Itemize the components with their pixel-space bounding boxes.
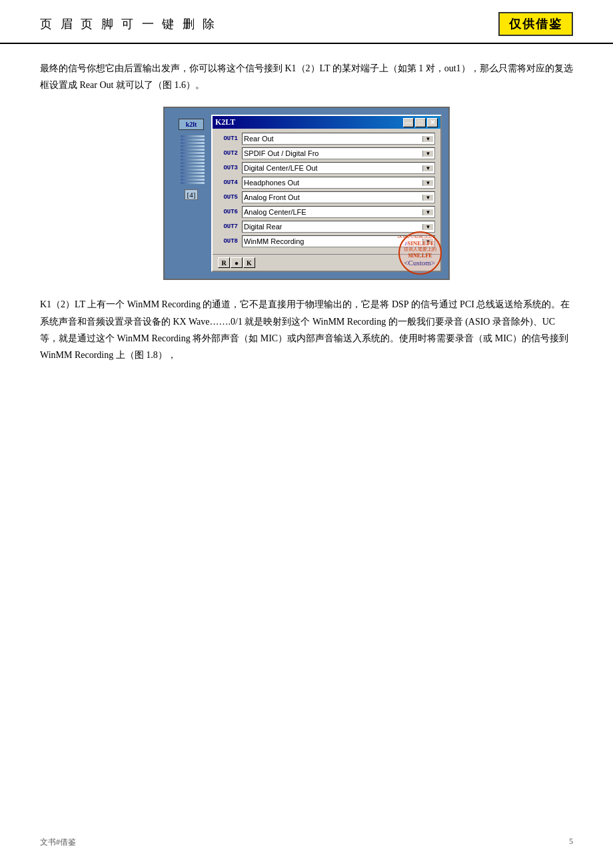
out-select-6[interactable]: Analog Center/LFE ▼ <box>242 206 435 218</box>
watermark-circle: 仅供人笔爱上的SINE.LFE <box>398 231 442 275</box>
out-select-3[interactable]: Digital Center/LFE Out ▼ <box>242 162 435 174</box>
out-select-arrow-4[interactable]: ▼ <box>422 180 433 186</box>
sidebar-line <box>181 152 205 154</box>
out-select-4[interactable]: Headphones Out ▼ <box>242 177 435 189</box>
sidebar-line <box>181 175 205 177</box>
sidebar-line <box>181 145 205 147</box>
sidebar-line <box>181 162 205 164</box>
screenshot-area: k2lt <box>40 107 573 280</box>
sidebar-line <box>181 165 205 167</box>
footer-btn-r[interactable]: R <box>218 257 230 268</box>
out-row-5: OUT5 Analog Front Out ▼ <box>218 191 435 203</box>
out-row-1: OUT1 Rear Out ▼ <box>218 133 435 145</box>
page-footer: 文书#借鉴 5 <box>40 837 573 848</box>
out-label-3: OUT3 <box>218 165 239 171</box>
out-row-2: OUT2 SPDIF Out / Digital Fro ▼ <box>218 147 435 159</box>
out-row-4: OUT4 Headphones Out ▼ <box>218 177 435 189</box>
footer-right: 5 <box>569 837 573 848</box>
out-row-6: OUT6 Analog Center/LFE ▼ <box>218 206 435 218</box>
out-select-5[interactable]: Analog Front Out ▼ <box>242 191 435 203</box>
out-label-5: OUT5 <box>218 194 239 201</box>
out-select-7[interactable]: Digital Rear ▼ <box>242 221 435 233</box>
out-select-text-8: WinMM Recording <box>244 237 304 245</box>
left-sidebar: k2lt <box>171 115 211 272</box>
out-row-7: OUT7 Digital Rear ▼ <box>218 221 435 233</box>
out-label-8: OUT8 <box>218 238 239 245</box>
main-content: 最终的信号你想它由后置输出发声，你可以将这个信号接到 K1（2）LT 的某对端子… <box>0 44 613 401</box>
out-select-text-1: Rear Out <box>244 135 274 143</box>
sidebar-line <box>181 169 205 171</box>
sidebar-line <box>181 139 205 141</box>
k2lt-icon-label: k2lt <box>179 119 204 130</box>
out-select-text-4: Headphones Out <box>244 179 299 187</box>
sidebar-line <box>181 159 205 161</box>
sidebar-lines <box>181 135 205 184</box>
sidebar-line <box>181 155 205 157</box>
sidebar-bottom-label: [4] <box>185 189 199 200</box>
out-select-text-2: SPDIF Out / Digital Fro <box>244 149 318 157</box>
out-select-arrow-1[interactable]: ▼ <box>422 136 433 142</box>
out-label-2: OUT2 <box>218 150 239 157</box>
sidebar-line <box>181 172 205 174</box>
sidebar-line <box>181 142 205 144</box>
sidebar-line <box>181 149 205 151</box>
titlebar-buttons: — □ ✕ <box>403 118 438 127</box>
out-select-arrow-6[interactable]: ▼ <box>422 209 433 215</box>
footer-btn-dot[interactable]: ● <box>231 257 243 268</box>
footer-buttons: R ● K <box>218 257 255 268</box>
out-select-1[interactable]: Rear Out ▼ <box>242 133 435 145</box>
intro-text: 最终的信号你想它由后置输出发声，你可以将这个信号接到 K1（2）LT 的某对端子… <box>40 60 573 93</box>
out-select-text-5: Analog Front Out <box>244 193 300 201</box>
out-select-text-7: Digital Rear <box>244 223 282 231</box>
sidebar-line <box>181 182 205 184</box>
minimize-button[interactable]: — <box>403 118 414 127</box>
sidebar-line <box>181 179 205 181</box>
out-row-3: OUT3 Digital Center/LFE Out ▼ <box>218 162 435 174</box>
k2lt-titlebar: K2LT — □ ✕ <box>213 116 440 129</box>
screenshot-container: k2lt <box>163 107 450 280</box>
footer-btn-k[interactable]: K <box>243 257 255 268</box>
out-label-4: OUT4 <box>218 179 239 186</box>
footer-left: 文书#借鉴 <box>40 837 76 848</box>
out-select-arrow-2[interactable]: ▼ <box>422 151 433 157</box>
out-select-text-3: Digital Center/LFE Out <box>244 164 318 172</box>
page-header: 页 眉 页 脚 可 一 键 删 除 仅供借鉴 <box>0 0 613 44</box>
out-select-arrow-5[interactable]: ▼ <box>422 195 433 201</box>
out-select-text-6: Analog Center/LFE <box>244 208 306 216</box>
out-label-7: OUT7 <box>218 223 239 230</box>
sidebar-line <box>181 135 205 137</box>
out-select-2[interactable]: SPDIF Out / Digital Fro ▼ <box>242 147 435 159</box>
watermark-circle-text: 仅供人笔爱上的SINE.LFE <box>404 247 436 259</box>
body-text: K1（2）LT 上有一个 WinMM Recording 的通道，它不是直接用于… <box>40 296 573 363</box>
out-label-6: OUT6 <box>218 209 239 215</box>
out-label-1: OUT1 <box>218 135 239 142</box>
out-select-arrow-3[interactable]: ▼ <box>422 165 433 171</box>
out-select-arrow-7[interactable]: ▼ <box>422 224 433 230</box>
header-badge: 仅供借鉴 <box>498 12 573 36</box>
close-button[interactable]: ✕ <box>427 118 438 127</box>
header-title: 页 眉 页 脚 可 一 键 删 除 <box>40 16 217 32</box>
k2lt-window-title: K2LT <box>215 117 235 127</box>
restore-button[interactable]: □ <box>415 118 426 127</box>
